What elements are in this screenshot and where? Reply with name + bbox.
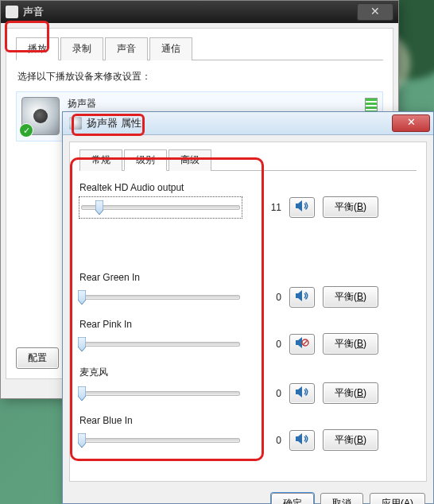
volume-slider[interactable] (79, 197, 242, 218)
mute-button[interactable] (289, 430, 315, 451)
mute-button[interactable] (289, 287, 315, 308)
speaker-icon (295, 336, 309, 351)
volume-slider[interactable] (79, 334, 242, 355)
channel-controls: 0平衡(B) (79, 286, 417, 308)
channel-row: Rear Blue In0平衡(B) (79, 415, 417, 451)
channel-controls: 11平衡(B) (79, 196, 417, 218)
sound-tab-0[interactable]: 播放 (16, 37, 59, 60)
sound-tab-2[interactable]: 声音 (105, 37, 148, 60)
channel-controls: 0平衡(B) (79, 333, 417, 355)
speaker-icon (295, 289, 309, 304)
properties-window: 扬声器 属性 ✕ 常规级别高级 Realtek HD Audio output1… (62, 111, 434, 504)
close-button[interactable]: ✕ (357, 3, 393, 21)
properties-footer: 确定 取消 应用(A) (63, 488, 433, 504)
slider-thumb-icon[interactable] (78, 290, 86, 304)
device-name: 扬声器 (68, 97, 360, 110)
balance-button[interactable]: 平衡(B) (323, 382, 378, 404)
channel-label: Rear Pink In (79, 319, 417, 330)
sound-titlebar[interactable]: 声音 ✕ (1, 1, 398, 23)
sound-title: 声音 (23, 5, 44, 19)
volume-value: 0 (250, 435, 281, 446)
properties-titlebar[interactable]: 扬声器 属性 ✕ (63, 112, 433, 135)
channel-label: Realtek HD Audio output (79, 182, 417, 193)
volume-slider[interactable] (79, 383, 242, 404)
channel-controls: 0平衡(B) (79, 382, 417, 404)
volume-slider[interactable] (79, 430, 242, 451)
slider-thumb-icon[interactable] (78, 386, 86, 401)
slider-thumb-icon[interactable] (95, 200, 103, 215)
channel-row: Realtek HD Audio output11平衡(B) (79, 182, 417, 218)
volume-value: 0 (250, 388, 281, 399)
volume-value: 0 (250, 292, 281, 303)
properties-tab-2[interactable]: 高级 (169, 149, 211, 171)
mute-button[interactable] (289, 197, 315, 218)
speaker-icon (295, 200, 309, 215)
balance-button[interactable]: 平衡(B) (323, 196, 378, 218)
channel-row: Rear Green In0平衡(B) (79, 272, 417, 308)
mute-button[interactable] (289, 383, 315, 404)
volume-slider[interactable] (79, 287, 242, 308)
close-button[interactable]: ✕ (392, 114, 430, 132)
cancel-button[interactable]: 取消 (320, 493, 363, 504)
properties-tabs: 常规级别高级 (79, 149, 417, 171)
volume-value: 11 (250, 202, 281, 213)
sound-tab-3[interactable]: 通信 (149, 37, 192, 60)
balance-button[interactable]: 平衡(B) (323, 429, 378, 451)
channels-panel: Realtek HD Audio output11平衡(B)Rear Green… (79, 182, 417, 451)
ok-button[interactable]: 确定 (271, 493, 314, 504)
properties-titlebar-icon (69, 117, 82, 130)
speaker-icon (295, 432, 309, 448)
channel-label: Rear Green In (79, 272, 417, 283)
channel-label: Rear Blue In (79, 415, 417, 426)
apply-button[interactable]: 应用(A) (370, 493, 425, 504)
channel-row: 麦克风0平衡(B) (79, 366, 417, 404)
balance-button[interactable]: 平衡(B) (323, 286, 378, 308)
volume-value: 0 (250, 339, 281, 350)
channel-row: Rear Pink In0平衡(B) (79, 319, 417, 355)
slider-thumb-icon[interactable] (78, 433, 86, 448)
sound-tabs: 播放录制声音通信 (16, 37, 383, 60)
device-icon-wrap: ✓ (21, 97, 60, 135)
slider-thumb-icon[interactable] (78, 337, 86, 351)
balance-button[interactable]: 平衡(B) (323, 333, 378, 355)
channel-controls: 0平衡(B) (79, 429, 417, 451)
sound-titlebar-icon (6, 6, 18, 18)
channel-label: 麦克风 (79, 366, 417, 379)
properties-title: 扬声器 属性 (87, 116, 141, 130)
configure-button[interactable]: 配置 (16, 347, 59, 369)
svg-line-1 (303, 340, 308, 345)
properties-body: 常规级别高级 Realtek HD Audio output11平衡(B)Rea… (69, 142, 427, 482)
instruction-text: 选择以下播放设备来修改设置： (17, 70, 382, 83)
properties-tab-0[interactable]: 常规 (79, 149, 122, 171)
speaker-icon (295, 386, 309, 401)
unmute-button[interactable] (289, 334, 315, 355)
sound-tab-1[interactable]: 录制 (60, 37, 103, 60)
properties-tab-1[interactable]: 级别 (124, 149, 167, 171)
